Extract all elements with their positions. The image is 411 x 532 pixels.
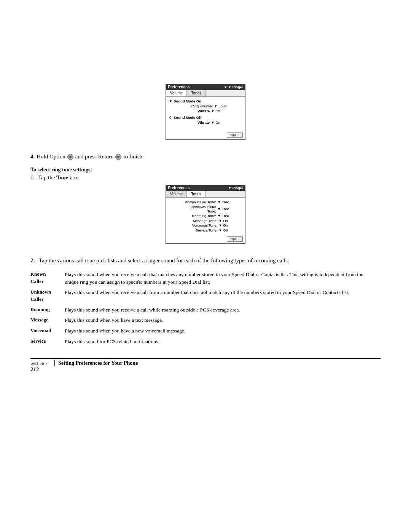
tab-tones[interactable]: Tones <box>187 90 206 96</box>
tone-label-3: Message Tone: <box>183 219 217 223</box>
screen2-body: Known Caller Tone: ▼ Treo Unknown Caller… <box>166 198 245 235</box>
page-content: Preferences ▼ ▼ Ringer Volume Tones ☀ So… <box>30 15 381 373</box>
desc-message: Plays this sound when you have a text me… <box>65 315 381 326</box>
term-roaming: Roaming <box>30 305 65 315</box>
sound-off-header: ☾ Sound Mode Off <box>169 115 242 120</box>
screen1-tabs: Volume Tones <box>166 90 245 97</box>
screen1-ringer: ▼ ▼ Ringer <box>224 85 243 89</box>
term-known-caller: KnownCaller <box>30 269 65 287</box>
footer-title-text: Setting Preferences for Your Phone <box>58 360 138 366</box>
term-unknown-caller: UnknownCaller <box>30 287 65 305</box>
return-icon <box>115 154 121 160</box>
description-table: KnownCaller Plays this sound when you re… <box>30 269 381 347</box>
screen2-title: Preferences <box>168 186 190 190</box>
screen2-tabs: Volume Tones <box>166 191 245 198</box>
screen1-footer: Tips... <box>166 131 245 139</box>
sound-on-label: Sound Mode On <box>174 99 201 103</box>
desc-row-message: Message Plays this sound when you have a… <box>30 315 381 326</box>
step1-bold: Tone <box>56 174 68 181</box>
step1-line: 1. Tap the Tone box. <box>30 174 381 181</box>
screen1-body: ☀ Sound Mode On Ring Volume: ▼ Loud Vibr… <box>166 97 245 131</box>
vibrate2-row: Vibrate ▼ On <box>169 120 242 125</box>
desc-row-voicemail: Voicemail Plays this sound when you have… <box>30 326 381 336</box>
page-number: 212 <box>30 366 48 373</box>
step2-number: 2. <box>30 257 37 264</box>
vibrate2-value: ▼ On <box>211 120 220 125</box>
desc-service: Plays this sound for PCS related notific… <box>65 336 381 347</box>
tone-value-4: ▼ On <box>218 223 228 227</box>
step4-text-middle: and press Return <box>75 153 114 160</box>
desc-roaming: Plays this sound when you receive a call… <box>65 305 381 315</box>
desc-voicemail: Plays this sound when you have a new voi… <box>65 326 381 336</box>
tone-row-2: Roaming Tone: ▼ Treo <box>169 214 242 218</box>
ring-volume-row: Ring Volume: ▼ Loud <box>169 104 242 108</box>
tone-label-0: Known Caller Tone: <box>182 200 216 204</box>
sound-off-section: ☾ Sound Mode Off Vibrate ▼ On <box>169 115 242 125</box>
tab-volume[interactable]: Volume <box>166 90 187 96</box>
desc-row-service: Service Plays this sound for PCS related… <box>30 336 381 347</box>
term-voicemail: Voicemail <box>30 326 65 336</box>
tone-label-1: Unknown Caller Tone: <box>182 205 216 213</box>
tone-value-1: ▼ Treo <box>217 207 229 211</box>
tone-row-5: Service Tone: ▼ Off <box>169 228 242 232</box>
desc-unknown-caller: Plays this sound when you receive a call… <box>65 287 381 305</box>
page-footer: Section 7 212 Setting Preferences for Yo… <box>30 358 381 373</box>
desc-row-unknown: UnknownCaller Plays this sound when you … <box>30 287 381 305</box>
vibrate2-label: Vibrate <box>198 120 210 125</box>
tone-value-0: ▼ Treo <box>217 200 229 204</box>
term-message: Message <box>30 315 65 326</box>
step2-text: Tap the various call tone pick lists and… <box>39 257 289 264</box>
desc-row-known: KnownCaller Plays this sound when you re… <box>30 269 381 287</box>
step4-text-before: Hold Option <box>37 153 65 160</box>
tips-button-1[interactable]: Tips... <box>227 133 243 138</box>
sound-on-header: ☀ Sound Mode On <box>169 99 242 103</box>
desc-known-caller: Plays this sound when you receive a call… <box>65 269 381 287</box>
screen1-dropdown-icon: ▼ <box>224 85 227 89</box>
vibrate1-row: Vibrate ▼ Off <box>169 109 242 113</box>
screen2: Preferences ▼ Ringer Volume Tones Known … <box>166 185 245 244</box>
desc-row-roaming: Roaming Plays this sound when you receiv… <box>30 305 381 315</box>
step4-line: 4. Hold Option and press Return to finis… <box>30 153 381 160</box>
sound-on-icon: ☀ <box>169 99 172 103</box>
tone-row-1: Unknown Caller Tone: ▼ Treo <box>169 205 242 213</box>
tone-row-0: Known Caller Tone: ▼ Treo <box>169 200 242 204</box>
screen2-ringer: ▼ Ringer <box>228 186 243 190</box>
ring-volume-value: ▼ Loud <box>214 104 226 108</box>
tone-value-2: ▼ Treo <box>217 214 229 218</box>
section-heading: To select ring tone settings: <box>30 167 381 173</box>
tone-row-4: Voicemail Tone: ▼ On <box>169 223 242 227</box>
screen2-dropdown-icon: ▼ <box>228 186 232 190</box>
step1-text: Tap the Tone box. <box>38 174 80 181</box>
tone-value-3: ▼ On <box>218 219 228 223</box>
tips-button-2[interactable]: Tips... <box>227 236 243 242</box>
step4-text-after: to finish. <box>123 153 143 160</box>
sound-off-label: Sound Mode Off <box>174 115 201 120</box>
screen1-header: Preferences ▼ ▼ Ringer <box>166 84 245 90</box>
step1-number: 1. <box>30 174 37 181</box>
screen2-dropdown-label: Ringer <box>232 186 243 190</box>
tone-value-5: ▼ Off <box>218 228 228 232</box>
section-label: Section 7 <box>30 361 48 366</box>
term-service: Service <box>30 336 65 347</box>
screen1-dropdown-label: ▼ Ringer <box>228 85 243 89</box>
screen2-header: Preferences ▼ Ringer <box>166 185 245 191</box>
tone-row-3: Message Tone: ▼ On <box>169 219 242 223</box>
vibrate1-label: Vibrate <box>198 109 210 113</box>
tone-label-4: Voicemail Tone: <box>183 223 217 227</box>
step2-para: 2. Tap the various call tone pick lists … <box>30 257 381 264</box>
tone-label-5: Service Tone: <box>183 228 217 232</box>
ring-volume-label: Ring Volume: <box>191 104 213 108</box>
screen1-title: Preferences <box>168 85 190 89</box>
step4-number: 4. <box>30 153 35 160</box>
footer-title: Setting Preferences for Your Phone <box>54 360 138 366</box>
screen2-footer: Tips... <box>166 235 245 243</box>
sound-off-icon: ☾ <box>169 116 172 120</box>
vibrate1-value: ▼ Off <box>211 109 220 113</box>
option-icon <box>67 154 73 160</box>
screen1: Preferences ▼ ▼ Ringer Volume Tones ☀ So… <box>166 84 245 140</box>
tab2-tones[interactable]: Tones <box>187 191 206 197</box>
tone-label-2: Roaming Tone: <box>182 214 216 218</box>
tab2-volume[interactable]: Volume <box>166 191 187 197</box>
